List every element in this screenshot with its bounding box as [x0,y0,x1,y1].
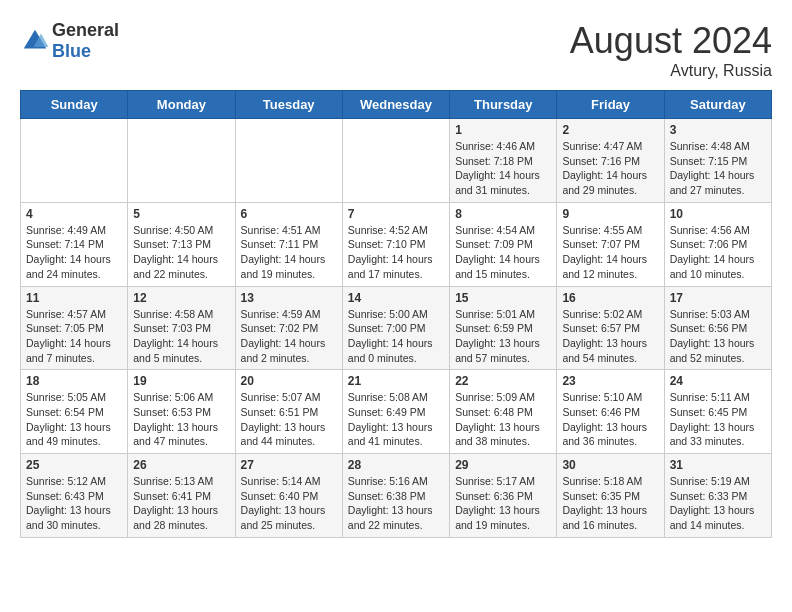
cell-content: Sunrise: 5:10 AM [562,390,658,405]
cell-content: Sunrise: 4:54 AM [455,223,551,238]
cell-content: and 36 minutes. [562,434,658,449]
calendar-cell: 19Sunrise: 5:06 AMSunset: 6:53 PMDayligh… [128,370,235,454]
cell-content: Sunset: 6:49 PM [348,405,444,420]
day-number: 6 [241,207,337,221]
cell-content: Sunset: 6:46 PM [562,405,658,420]
cell-content: and 30 minutes. [26,518,122,533]
cell-content: and 57 minutes. [455,351,551,366]
cell-content: Sunrise: 5:08 AM [348,390,444,405]
cell-content: Daylight: 14 hours [26,336,122,351]
cell-content: Daylight: 13 hours [241,503,337,518]
cell-content: Daylight: 13 hours [562,503,658,518]
cell-content: Sunrise: 5:14 AM [241,474,337,489]
cell-content: Sunset: 6:36 PM [455,489,551,504]
day-number: 4 [26,207,122,221]
day-number: 16 [562,291,658,305]
cell-content: Sunset: 7:11 PM [241,237,337,252]
calendar-cell: 8Sunrise: 4:54 AMSunset: 7:09 PMDaylight… [450,202,557,286]
calendar-cell [128,119,235,203]
cell-content: Sunrise: 4:46 AM [455,139,551,154]
cell-content: Sunset: 6:38 PM [348,489,444,504]
cell-content: Daylight: 13 hours [26,420,122,435]
cell-content: Daylight: 14 hours [455,168,551,183]
cell-content: Sunrise: 4:56 AM [670,223,766,238]
cell-content: Sunrise: 5:00 AM [348,307,444,322]
day-number: 17 [670,291,766,305]
cell-content: and 15 minutes. [455,267,551,282]
cell-content: Sunrise: 5:03 AM [670,307,766,322]
calendar-cell: 9Sunrise: 4:55 AMSunset: 7:07 PMDaylight… [557,202,664,286]
cell-content: Daylight: 14 hours [562,168,658,183]
cell-content: and 54 minutes. [562,351,658,366]
cell-content: Sunset: 7:07 PM [562,237,658,252]
title-block: August 2024 Avtury, Russia [570,20,772,80]
day-number: 31 [670,458,766,472]
calendar-cell: 31Sunrise: 5:19 AMSunset: 6:33 PMDayligh… [664,454,771,538]
day-number: 5 [133,207,229,221]
day-header-saturday: Saturday [664,91,771,119]
cell-content: Sunrise: 5:01 AM [455,307,551,322]
cell-content: and 49 minutes. [26,434,122,449]
day-number: 1 [455,123,551,137]
cell-content: Sunset: 6:43 PM [26,489,122,504]
cell-content: and 14 minutes. [670,518,766,533]
day-number: 12 [133,291,229,305]
cell-content: Sunset: 6:45 PM [670,405,766,420]
cell-content: Sunset: 7:02 PM [241,321,337,336]
cell-content: Daylight: 13 hours [670,336,766,351]
calendar-cell: 7Sunrise: 4:52 AMSunset: 7:10 PMDaylight… [342,202,449,286]
cell-content: Sunset: 6:41 PM [133,489,229,504]
calendar-cell: 11Sunrise: 4:57 AMSunset: 7:05 PMDayligh… [21,286,128,370]
cell-content: Sunset: 7:05 PM [26,321,122,336]
cell-content: Sunset: 7:18 PM [455,154,551,169]
cell-content: Sunrise: 5:07 AM [241,390,337,405]
cell-content: Sunrise: 5:18 AM [562,474,658,489]
calendar-cell: 18Sunrise: 5:05 AMSunset: 6:54 PMDayligh… [21,370,128,454]
calendar-cell [235,119,342,203]
cell-content: Sunset: 6:59 PM [455,321,551,336]
day-number: 24 [670,374,766,388]
cell-content: Daylight: 13 hours [133,503,229,518]
cell-content: Sunrise: 4:52 AM [348,223,444,238]
cell-content: Sunrise: 5:05 AM [26,390,122,405]
calendar-cell: 12Sunrise: 4:58 AMSunset: 7:03 PMDayligh… [128,286,235,370]
cell-content: and 5 minutes. [133,351,229,366]
cell-content: Daylight: 14 hours [348,336,444,351]
cell-content: Sunset: 7:03 PM [133,321,229,336]
cell-content: Sunrise: 5:17 AM [455,474,551,489]
cell-content: and 0 minutes. [348,351,444,366]
cell-content: Sunset: 6:48 PM [455,405,551,420]
day-number: 7 [348,207,444,221]
cell-content: and 33 minutes. [670,434,766,449]
day-number: 15 [455,291,551,305]
cell-content: Daylight: 13 hours [670,420,766,435]
cell-content: and 27 minutes. [670,183,766,198]
calendar-cell: 13Sunrise: 4:59 AMSunset: 7:02 PMDayligh… [235,286,342,370]
calendar-cell: 16Sunrise: 5:02 AMSunset: 6:57 PMDayligh… [557,286,664,370]
calendar-cell: 6Sunrise: 4:51 AMSunset: 7:11 PMDaylight… [235,202,342,286]
cell-content: and 22 minutes. [133,267,229,282]
cell-content: Sunrise: 4:48 AM [670,139,766,154]
day-header-tuesday: Tuesday [235,91,342,119]
cell-content: Sunrise: 4:47 AM [562,139,658,154]
cell-content: Sunset: 6:53 PM [133,405,229,420]
cell-content: Sunrise: 5:02 AM [562,307,658,322]
cell-content: Daylight: 13 hours [562,420,658,435]
calendar-cell [342,119,449,203]
cell-content: and 25 minutes. [241,518,337,533]
calendar-cell: 23Sunrise: 5:10 AMSunset: 6:46 PMDayligh… [557,370,664,454]
cell-content: Sunset: 6:51 PM [241,405,337,420]
cell-content: and 31 minutes. [455,183,551,198]
calendar-cell: 3Sunrise: 4:48 AMSunset: 7:15 PMDaylight… [664,119,771,203]
cell-content: and 16 minutes. [562,518,658,533]
cell-content: and 29 minutes. [562,183,658,198]
cell-content: Daylight: 14 hours [26,252,122,267]
cell-content: and 28 minutes. [133,518,229,533]
day-number: 14 [348,291,444,305]
day-number: 23 [562,374,658,388]
calendar-cell: 17Sunrise: 5:03 AMSunset: 6:56 PMDayligh… [664,286,771,370]
cell-content: Sunrise: 5:19 AM [670,474,766,489]
day-number: 21 [348,374,444,388]
cell-content: and 47 minutes. [133,434,229,449]
cell-content: Daylight: 14 hours [455,252,551,267]
